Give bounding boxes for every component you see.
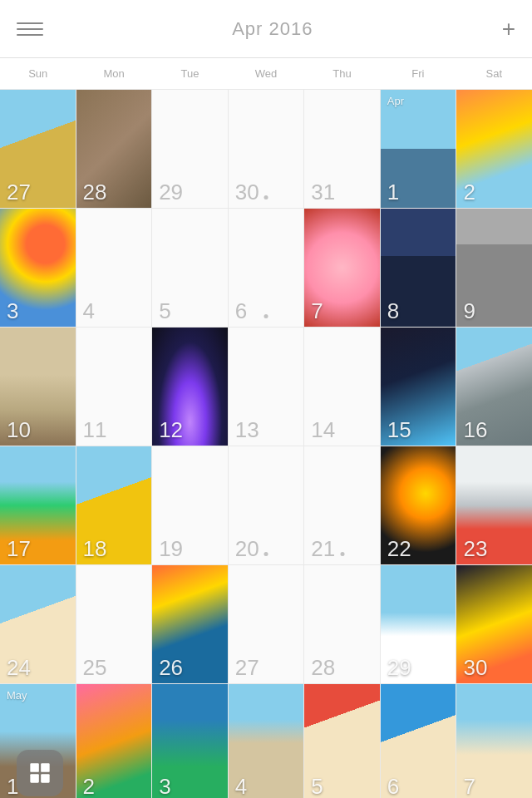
month-label: May (7, 689, 27, 702)
month-label: Apr (387, 95, 404, 107)
cal-cell[interactable]: 4 (76, 209, 152, 327)
cal-cell[interactable]: 29 (152, 90, 228, 208)
cal-cell[interactable]: 5 (152, 209, 228, 327)
day-number: 18 (83, 538, 107, 559)
day-number: 31 (311, 181, 335, 203)
day-number: 24 (7, 657, 31, 678)
day-number: 16 (463, 419, 487, 441)
day-number: 14 (311, 419, 335, 441)
cal-cell[interactable]: 13 (229, 328, 304, 446)
cal-cell[interactable]: 19 (152, 446, 228, 564)
svg-rect-3 (41, 774, 49, 783)
dow-cell-sun: Sun (0, 58, 76, 89)
day-number: 28 (311, 657, 335, 678)
cal-cell[interactable]: 29 (381, 565, 456, 683)
day-number: 22 (387, 538, 411, 559)
day-number: 1 (387, 181, 399, 203)
cal-cell[interactable]: 22 (381, 446, 456, 564)
day-number: 5 (311, 776, 323, 797)
day-number: 7 (311, 300, 323, 322)
cal-cell[interactable]: 2 (456, 90, 532, 208)
cal-cell[interactable]: 28 (304, 565, 380, 683)
event-dot (264, 552, 268, 556)
day-number: 25 (83, 657, 107, 678)
day-number: 27 (7, 181, 31, 203)
day-number: 3 (7, 300, 18, 322)
event-dot (264, 314, 268, 318)
app-header: Apr 2016 + (0, 0, 532, 58)
cal-cell[interactable]: 16 (456, 328, 532, 446)
day-number: 6 (235, 300, 247, 322)
cal-cell[interactable]: 8 (381, 209, 456, 327)
dow-cell-thu: Thu (304, 58, 380, 89)
cal-cell[interactable]: 26 (152, 565, 228, 683)
cal-cell[interactable]: 18 (76, 446, 152, 564)
bottom-toolbar (0, 748, 532, 798)
cal-cell[interactable]: 17 (0, 446, 76, 564)
cal-cell[interactable]: 25 (76, 565, 152, 683)
menu-button[interactable] (17, 22, 43, 36)
cal-cell[interactable]: 10 (0, 328, 76, 446)
cal-cell[interactable]: 9 (456, 209, 532, 327)
cal-cell[interactable]: 6 (229, 209, 304, 327)
cal-cell[interactable]: 11 (76, 328, 152, 446)
dow-cell-tue: Tue (152, 58, 228, 89)
cal-cell[interactable]: 15 (381, 328, 456, 446)
cal-cell[interactable]: 14 (304, 328, 380, 446)
day-number: 1 (7, 776, 18, 797)
day-number: 17 (7, 538, 31, 559)
svg-rect-2 (30, 774, 39, 783)
day-number: 8 (387, 300, 399, 322)
menu-icon-line1 (17, 22, 43, 24)
day-number: 5 (159, 300, 170, 322)
cal-cell[interactable]: 30 (229, 90, 304, 208)
cal-cell[interactable]: Apr1 (381, 90, 456, 208)
day-number: 10 (7, 419, 31, 441)
grid-view-button[interactable] (17, 750, 63, 796)
menu-icon-line2 (17, 28, 43, 30)
day-number: 30 (235, 181, 259, 203)
dow-cell-mon: Mon (76, 58, 151, 89)
day-number: 30 (463, 657, 487, 678)
day-number: 4 (83, 300, 95, 322)
day-number: 2 (463, 181, 475, 203)
event-dot (264, 195, 268, 200)
dow-cell-sat: Sat (456, 58, 532, 89)
day-number: 11 (83, 419, 107, 441)
day-number: 20 (235, 538, 259, 559)
cal-cell[interactable]: 31 (304, 90, 380, 208)
day-number: 13 (235, 419, 259, 441)
day-number: 21 (311, 538, 335, 559)
dow-cell-fri: Fri (380, 58, 456, 89)
day-number: 7 (463, 776, 475, 797)
cal-cell[interactable]: 27 (0, 90, 76, 208)
svg-rect-1 (41, 763, 49, 772)
day-number: 23 (463, 538, 487, 559)
cal-cell[interactable]: 24 (0, 565, 76, 683)
day-number: 29 (387, 657, 411, 678)
dow-cell-wed: Wed (228, 58, 303, 89)
day-number: 26 (159, 657, 183, 678)
day-number: 2 (83, 776, 95, 797)
cal-cell[interactable]: 21 (304, 446, 380, 564)
day-number: 27 (235, 657, 259, 678)
cal-cell[interactable]: 27 (229, 565, 304, 683)
cal-cell[interactable]: 12 (152, 328, 228, 446)
calendar-grid: 2728293031Apr123456789101112131415161718… (0, 90, 532, 798)
day-number: 28 (83, 181, 107, 203)
cal-cell[interactable]: 28 (76, 90, 152, 208)
grid-view-icon (28, 761, 52, 785)
day-number: 29 (159, 181, 183, 203)
cal-cell[interactable]: 7 (304, 209, 380, 327)
cal-cell[interactable]: 20 (229, 446, 304, 564)
menu-icon-line3 (17, 34, 43, 36)
svg-rect-0 (30, 763, 39, 772)
day-number: 6 (387, 776, 399, 797)
cal-cell[interactable]: 30 (456, 565, 532, 683)
cal-cell[interactable]: 23 (456, 446, 532, 564)
day-of-week-row: SunMonTueWedThuFriSat (0, 58, 532, 90)
day-number: 3 (159, 776, 170, 797)
cal-cell[interactable]: 3 (0, 209, 76, 327)
day-number: 9 (463, 300, 475, 322)
add-button[interactable]: + (502, 17, 515, 41)
